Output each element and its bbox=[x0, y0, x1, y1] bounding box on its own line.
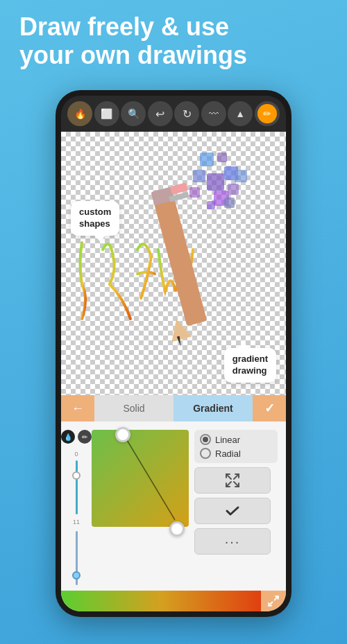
refresh-button[interactable]: ↻ bbox=[174, 101, 199, 126]
pencil-icon[interactable]: ✏ bbox=[78, 430, 92, 444]
color-panel-main: 💧 ✏ 0 11 bbox=[61, 421, 286, 591]
shapes-button[interactable]: ⬜ bbox=[94, 101, 119, 126]
radio-radial-circle[interactable] bbox=[200, 448, 211, 459]
pencil-toolbar-button[interactable]: ✏ bbox=[255, 101, 280, 126]
gradient-square-container bbox=[92, 430, 189, 585]
color-strip bbox=[61, 591, 286, 611]
gradient-square[interactable] bbox=[92, 430, 189, 527]
svg-rect-14 bbox=[189, 187, 200, 198]
svg-rect-16 bbox=[224, 198, 235, 208]
svg-rect-15 bbox=[207, 201, 215, 209]
page-title: Draw freely & use your own drawings bbox=[19, 12, 328, 70]
radio-radial-label: Radial bbox=[215, 449, 241, 459]
phone-frame: 🔥 ⬜ 🔍 ↩ ↻ 〰 ▲ ✏ bbox=[56, 90, 291, 617]
gradient-handle-bottom[interactable] bbox=[169, 521, 185, 537]
canvas-area[interactable]: custom shapes gradient drawing bbox=[61, 132, 286, 395]
drop-icon[interactable]: 💧 bbox=[61, 430, 75, 444]
radio-radial[interactable]: Radial bbox=[200, 448, 272, 459]
tab-gradient[interactable]: Gradient bbox=[174, 395, 253, 421]
phone-inner: 🔥 ⬜ 🔍 ↩ ↻ 〰 ▲ ✏ bbox=[61, 96, 286, 611]
svg-rect-10 bbox=[228, 184, 239, 195]
wave-button[interactable]: 〰 bbox=[201, 101, 226, 126]
svg-rect-9 bbox=[193, 170, 205, 182]
svg-rect-13 bbox=[235, 170, 247, 182]
back-button[interactable]: ← bbox=[61, 395, 94, 421]
color-panel: 💧 ✏ 0 11 bbox=[61, 421, 286, 611]
slider-label-0: 0 bbox=[74, 451, 78, 458]
svg-rect-6 bbox=[207, 173, 224, 191]
right-panel: Linear Radial bbox=[194, 427, 278, 585]
pencil-illustration bbox=[117, 132, 255, 381]
apply-button[interactable] bbox=[194, 498, 271, 524]
radio-linear-label: Linear bbox=[215, 435, 240, 445]
color-icons: 💧 ✏ bbox=[61, 430, 92, 444]
sliders-col: 💧 ✏ 0 11 bbox=[67, 427, 86, 585]
gradient-handle-top[interactable] bbox=[115, 427, 130, 442]
svg-line-17 bbox=[123, 433, 175, 520]
radio-linear-circle[interactable] bbox=[200, 434, 211, 445]
svg-rect-12 bbox=[217, 153, 227, 162]
radio-group: Linear Radial bbox=[194, 430, 278, 463]
flame-button[interactable]: 🔥 bbox=[67, 101, 92, 126]
tab-bar: ← Solid Gradient ✓ bbox=[61, 395, 286, 421]
callout-shapes: custom shapes bbox=[71, 201, 119, 236]
more-button[interactable]: ··· bbox=[194, 528, 271, 555]
strip-shuffle-button[interactable] bbox=[261, 591, 286, 611]
color-strip-gradient bbox=[61, 591, 261, 611]
toolbar: 🔥 ⬜ 🔍 ↩ ↻ 〰 ▲ ✏ bbox=[61, 96, 286, 132]
undo-button[interactable]: ↩ bbox=[148, 101, 173, 126]
radio-linear[interactable]: Linear bbox=[200, 434, 272, 445]
svg-rect-0 bbox=[151, 187, 208, 327]
confirm-button[interactable]: ✓ bbox=[253, 395, 286, 421]
search-button[interactable]: 🔍 bbox=[121, 101, 146, 126]
callout-gradient: gradient drawing bbox=[224, 348, 276, 383]
fill-button[interactable]: ▲ bbox=[228, 101, 253, 126]
tab-solid[interactable]: Solid bbox=[94, 395, 174, 421]
shuffle-button[interactable] bbox=[194, 467, 271, 494]
slider-label-11: 11 bbox=[73, 519, 80, 525]
svg-rect-11 bbox=[200, 153, 214, 166]
